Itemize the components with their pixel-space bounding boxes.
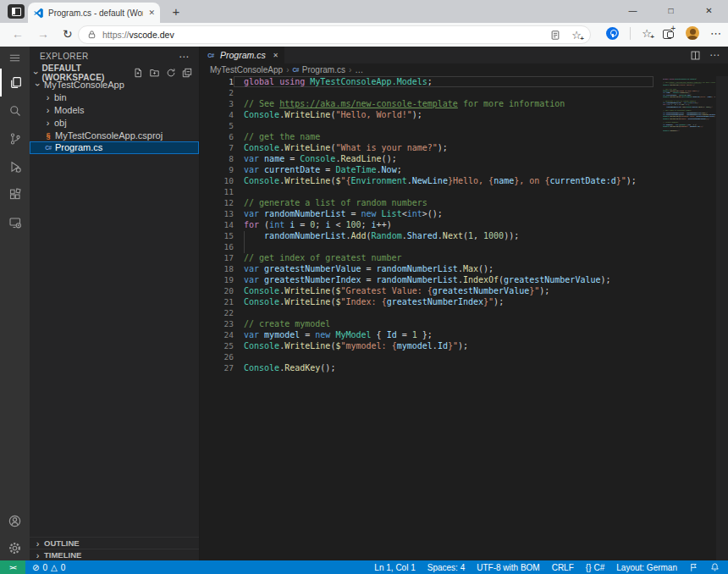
browser-tab-close-icon[interactable]: ✕ — [148, 8, 155, 17]
code-line-7[interactable]: 7Console.WriteLine("What is your name?")… — [200, 142, 728, 153]
back-icon[interactable]: ← — [12, 27, 24, 41]
new-file-icon[interactable] — [133, 68, 143, 78]
collapse-all-icon[interactable] — [182, 68, 192, 78]
status-item-crlf[interactable]: CRLF — [546, 563, 580, 572]
code-line-12[interactable]: 12// generate a list of random numbers — [200, 197, 728, 208]
code-line-10[interactable]: 10Console.WriteLine($"{Environment.NewLi… — [200, 175, 728, 186]
code-line-3[interactable]: 3// See https://aka.ms/new-console-templ… — [200, 98, 728, 109]
explorer-sidebar: EXPLORER ⋯ › DEFAULT (WORKSPACE) ›MyTest… — [30, 47, 199, 560]
favorites-hub-icon[interactable]: ☆ — [642, 27, 652, 40]
breadcrumb-project[interactable]: MyTestConsoleApp — [210, 65, 283, 75]
code-line-16[interactable]: 16 — [200, 241, 728, 252]
code-line-6[interactable]: 6// get the name — [200, 131, 728, 142]
chevron-right-icon: › — [349, 65, 351, 75]
timeline-section[interactable]: › TIMELINE — [30, 549, 199, 560]
run-and-debug-icon[interactable] — [0, 152, 30, 180]
breadcrumb-file[interactable]: Program.cs — [302, 65, 345, 75]
explorer-icon[interactable] — [0, 69, 30, 97]
split-editor-icon[interactable] — [690, 50, 701, 61]
tree-item-Models[interactable]: ›Models — [30, 104, 199, 117]
tree-item-MyTestConsoleApp[interactable]: ›MyTestConsoleApp — [30, 79, 199, 91]
status-item-ln-1-col-1[interactable]: Ln 1, Col 1 — [368, 563, 421, 572]
code-line-27[interactable]: 27Console.ReadKey(); — [200, 362, 728, 373]
code-line-23[interactable]: 23// create mymodel — [200, 318, 728, 329]
address-bar[interactable]: https://vscode.dev ☆ — [78, 25, 591, 44]
editor-group: C# Program.cs ✕ ⋯ MyTestConsoleApp › C# … — [199, 47, 728, 560]
code-line-9[interactable]: 9var currentDate = DateTime.Now; — [200, 164, 728, 175]
minimap[interactable]: global using MyTestConsoleApp.Models;// … — [663, 78, 715, 135]
workspace-section-header[interactable]: › DEFAULT (WORKSPACE) — [30, 66, 199, 79]
code-line-5[interactable]: 5 — [200, 120, 728, 131]
code-line-26[interactable]: 26 — [200, 351, 728, 362]
refresh-icon[interactable]: ↻ — [63, 27, 73, 41]
status-item-utf-8-with-bom[interactable]: UTF-8 with BOM — [471, 563, 545, 572]
remote-indicator[interactable]: >< — [0, 560, 25, 574]
status-item-c-[interactable]: {}C# — [580, 563, 610, 572]
tree-item-MyTestConsoleApp.csproj[interactable]: §MyTestConsoleApp.csproj — [30, 129, 199, 141]
settings-gear-icon[interactable] — [0, 535, 30, 560]
menu-icon[interactable] — [0, 47, 30, 69]
code-area[interactable]: 1global using MyTestConsoleApp.Models;23… — [200, 76, 728, 560]
browser-workspaces-icon[interactable] — [8, 4, 25, 19]
extensions-icon[interactable] — [0, 180, 30, 208]
code-line-15[interactable]: 15 randomNumberList.Add(Random.Shared.Ne… — [200, 230, 728, 241]
window-close-button[interactable]: ✕ — [690, 0, 728, 23]
browser-tab-title: Program.cs - default (Workspace — [48, 8, 143, 18]
account-icon[interactable] — [0, 507, 30, 535]
tree-item-Program.cs[interactable]: C#Program.cs — [30, 141, 199, 154]
problems-status[interactable]: ⊘ 0 △ 0 — [25, 563, 65, 572]
code-line-8[interactable]: 8var name = Console.ReadLine(); — [200, 153, 728, 164]
window-maximize-button[interactable]: □ — [652, 0, 690, 23]
notifications-bell-icon[interactable] — [704, 562, 728, 572]
status-item-layout-german[interactable]: Layout: German — [610, 563, 683, 572]
code-line-14[interactable]: 14for (int i = 0; i < 100; i++) — [200, 219, 728, 230]
url-domain: vscode.dev — [130, 30, 174, 40]
code-line-17[interactable]: 17// get index of greatest number — [200, 252, 728, 263]
browser-tab[interactable]: Program.cs - default (Workspace ✕ — [28, 3, 160, 23]
code-line-11[interactable]: 11 — [200, 186, 728, 197]
code-line-2[interactable]: 2 — [200, 87, 728, 98]
code-line-25[interactable]: 25Console.WriteLine($"mymodel: {mymodel.… — [200, 340, 728, 351]
chevron-right-icon: › — [286, 65, 289, 75]
editor-tab-program-cs[interactable]: C# Program.cs ✕ — [200, 47, 284, 63]
code-line-1[interactable]: 1global using MyTestConsoleApp.Models; — [200, 76, 728, 87]
code-line-24[interactable]: 24var mymodel = new MyModel { Id = 1 }; — [200, 329, 728, 340]
feedback-flag-icon[interactable] — [683, 562, 704, 572]
source-control-icon[interactable] — [0, 124, 30, 152]
warnings-count: 0 — [61, 563, 66, 572]
collections-icon[interactable] — [663, 27, 675, 39]
url-text: https://vscode.dev — [102, 30, 174, 40]
tab-close-icon[interactable]: ✕ — [273, 52, 279, 59]
forward-icon[interactable]: → — [37, 27, 49, 41]
code-line-19[interactable]: 19var greatestNumberIndex = randomNumber… — [200, 274, 728, 285]
code-line-13[interactable]: 13var randomNumberList = new List<int>()… — [200, 208, 728, 219]
outline-section[interactable]: › OUTLINE — [30, 537, 199, 549]
code-line-22[interactable]: 22 — [200, 307, 728, 318]
search-icon[interactable] — [0, 97, 30, 124]
window-minimize-button[interactable]: — — [614, 0, 652, 23]
reader-icon[interactable] — [550, 30, 560, 41]
editor-scrollbar[interactable] — [716, 76, 728, 560]
new-tab-button[interactable]: + — [167, 3, 185, 20]
new-folder-icon[interactable] — [149, 68, 160, 78]
browser-toolbar: ← → ↻ https://vscode.dev ☆ ☆ ⋯ — [0, 23, 728, 47]
screen: Program.cs - default (Workspace ✕ + — □ … — [0, 0, 728, 574]
code-line-18[interactable]: 18var greatestNumberValue = randomNumber… — [200, 263, 728, 274]
extension-1password-icon[interactable] — [606, 27, 619, 40]
remote-explorer-icon[interactable] — [0, 208, 30, 236]
refresh-explorer-icon[interactable] — [166, 68, 176, 78]
explorer-title: EXPLORER — [40, 52, 89, 61]
status-item-spaces-4[interactable]: Spaces: 4 — [422, 563, 471, 572]
breadcrumb-symbol[interactable]: … — [355, 65, 363, 75]
add-favorite-icon[interactable]: ☆ — [571, 29, 582, 41]
code-line-20[interactable]: 20Console.WriteLine($"Greatest Value: {g… — [200, 285, 728, 296]
tree-item-bin[interactable]: ›bin — [30, 91, 199, 104]
browser-menu-icon[interactable]: ⋯ — [710, 28, 721, 39]
code-line-4[interactable]: 4Console.WriteLine("Hello, World!"); — [200, 109, 728, 120]
url-protocol: https:// — [102, 30, 130, 40]
profile-avatar[interactable] — [686, 26, 699, 40]
explorer-more-icon[interactable]: ⋯ — [179, 51, 189, 63]
editor-more-actions-icon[interactable]: ⋯ — [709, 49, 720, 61]
code-line-21[interactable]: 21Console.WriteLine($"Index: {greatestNu… — [200, 296, 728, 307]
tree-item-obj[interactable]: ›obj — [30, 116, 199, 129]
